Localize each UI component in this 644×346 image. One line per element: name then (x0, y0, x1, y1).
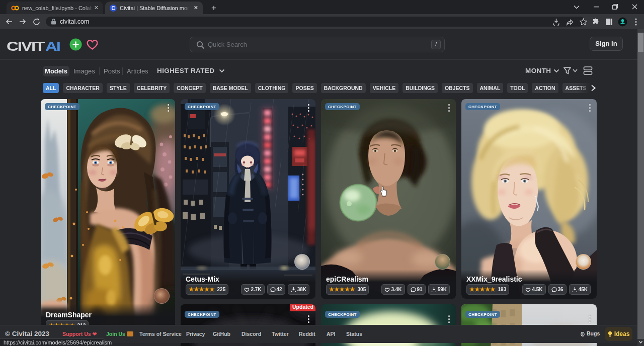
svg-text:C: C (111, 5, 115, 11)
svg-text:CIVIT: CIVIT (7, 39, 45, 51)
svg-text:AI: AI (45, 39, 60, 51)
